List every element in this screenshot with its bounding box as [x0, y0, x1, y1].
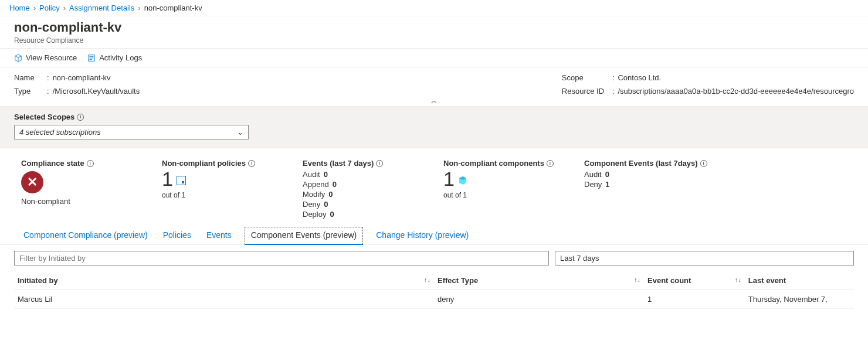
events-block: Events (last 7 days) i Audit 0Append 0Mo… — [303, 159, 420, 219]
info-icon[interactable]: i — [77, 114, 84, 121]
event-label: Append — [303, 180, 329, 189]
prop-scope-label: Scope — [562, 73, 609, 82]
event-row: Deny 0 — [303, 200, 420, 209]
page-title: non-compliant-kv — [14, 20, 854, 35]
prop-name-value: non-compliant-kv — [53, 73, 111, 82]
breadcrumb-home[interactable]: Home — [9, 4, 30, 12]
cell-initiated-by: Marcus Lil — [14, 290, 434, 309]
tabs: Component Compliance (preview) Policies … — [0, 223, 868, 245]
selected-scopes-value: 4 selected subscriptions — [19, 128, 101, 137]
noncompliant-components-label: Non-compliant components — [443, 159, 544, 168]
prop-resource-id-value: /subscriptions/aaaa0a0a-bb1b-cc2c-dd3d-e… — [618, 87, 854, 96]
view-resource-button[interactable]: View Resource — [14, 53, 77, 62]
event-row: Deploy 0 — [303, 210, 420, 219]
view-resource-label: View Resource — [26, 53, 77, 62]
col-event-count[interactable]: Event count↑↓ — [644, 271, 745, 290]
noncompliant-components-block: Non-compliant components i 1 out of 1 — [443, 159, 561, 219]
chevron-down-icon: ⌄ — [237, 128, 243, 137]
noncompliant-components-value: 1 — [443, 169, 455, 189]
component-events-label: Component Events (last 7days) — [584, 159, 698, 168]
col-last-event[interactable]: Last event — [745, 271, 854, 290]
event-value: 0 — [330, 210, 334, 219]
tab-policies[interactable]: Policies — [161, 227, 194, 244]
prop-name-label: Name — [14, 73, 43, 82]
policy-icon — [177, 176, 186, 185]
component-icon — [458, 176, 467, 185]
event-row: Audit 0 — [303, 170, 420, 179]
event-label: Deploy — [303, 210, 326, 219]
event-value: 0 — [324, 170, 328, 179]
breadcrumb: Home › Policy › Assignment Details › non… — [0, 0, 868, 16]
component-events-block: Component Events (last 7days) i Audit 0D… — [584, 159, 707, 219]
events-table: Initiated by↑↓ Effect Type↑↓ Event count… — [14, 271, 854, 309]
sort-icon: ↑↓ — [634, 276, 640, 283]
chevron-right-icon: › — [33, 4, 36, 12]
noncompliant-policies-value: 1 — [162, 169, 173, 189]
properties: Name : non-compliant-kv Type : /Microsof… — [0, 67, 868, 96]
noncompliant-icon: ✕ — [21, 171, 43, 193]
noncompliant-policies-label: Non-compliant policies — [162, 159, 246, 168]
noncompliant-components-outof: out of 1 — [443, 191, 561, 199]
sort-icon: ↑↓ — [424, 276, 430, 283]
event-value: 0 — [324, 200, 328, 209]
collapse-toggle[interactable]: ︽ — [0, 96, 868, 106]
prop-scope-value: Contoso Ltd. — [618, 73, 661, 82]
info-icon[interactable]: i — [547, 160, 554, 167]
breadcrumb-assignment[interactable]: Assignment Details — [69, 4, 134, 12]
info-icon[interactable]: i — [376, 160, 383, 167]
event-label: Deny — [584, 180, 602, 189]
activity-logs-button[interactable]: Activity Logs — [87, 53, 142, 62]
info-icon[interactable]: i — [700, 160, 707, 167]
tab-component-compliance[interactable]: Component Compliance (preview) — [21, 227, 150, 244]
component-event-row: Audit 0 — [584, 170, 707, 179]
event-row: Append 0 — [303, 180, 420, 189]
col-effect-type[interactable]: Effect Type↑↓ — [434, 271, 644, 290]
selected-scopes-panel: Selected Scopes i 4 selected subscriptio… — [0, 106, 868, 148]
tab-change-history[interactable]: Change History (preview) — [374, 227, 471, 244]
toolbar: View Resource Activity Logs — [0, 48, 868, 67]
compliance-state-value: Non-compliant — [21, 197, 138, 206]
chevron-right-icon: › — [138, 4, 140, 12]
breadcrumb-policy[interactable]: Policy — [39, 4, 60, 12]
cell-effect-type: deny — [434, 290, 644, 309]
info-icon[interactable]: i — [87, 160, 94, 167]
cell-event-count: 1 — [644, 290, 745, 309]
filter-initiated-by-input[interactable] — [14, 251, 549, 266]
events-label: Events (last 7 days) — [303, 159, 374, 168]
event-label: Audit — [584, 170, 602, 179]
cell-last-event: Thursday, November 7, — [745, 290, 854, 309]
log-icon — [87, 54, 96, 62]
event-label: Modify — [303, 190, 325, 199]
page-subtitle: Resource Compliance — [14, 36, 854, 45]
chevron-right-icon: › — [63, 4, 66, 12]
prop-type-label: Type — [14, 87, 43, 96]
event-label: Audit — [303, 170, 320, 179]
prop-type-value: /Microsoft.KeyVault/vaults — [53, 87, 140, 96]
prop-resource-id-label: Resource ID — [562, 87, 609, 96]
selected-scopes-dropdown[interactable]: 4 selected subscriptions ⌄ — [14, 125, 249, 139]
selected-scopes-label: Selected Scopes — [14, 113, 74, 121]
event-value: 0 — [605, 170, 609, 179]
stats-row: Compliance state i ✕ Non-compliant Non-c… — [0, 148, 868, 223]
noncompliant-policies-block: Non-compliant policies i 1 out of 1 — [162, 159, 279, 219]
compliance-state-block: Compliance state i ✕ Non-compliant — [21, 159, 138, 219]
tab-component-events[interactable]: Component Events (preview) — [245, 227, 364, 245]
info-icon[interactable]: i — [248, 160, 255, 167]
activity-logs-label: Activity Logs — [99, 53, 142, 62]
filter-row: Last 7 days — [0, 245, 868, 271]
table-row[interactable]: Marcus Lildeny1Thursday, November 7, — [14, 290, 854, 309]
compliance-state-label: Compliance state — [21, 159, 84, 168]
tab-events[interactable]: Events — [204, 227, 234, 244]
event-value: 1 — [605, 180, 609, 189]
filter-range-value: Last 7 days — [560, 254, 599, 263]
component-event-row: Deny 1 — [584, 180, 707, 189]
title-block: non-compliant-kv Resource Compliance — [0, 16, 868, 48]
event-row: Modify 0 — [303, 190, 420, 199]
event-value: 0 — [328, 190, 333, 199]
event-value: 0 — [333, 180, 337, 189]
sort-icon: ↑↓ — [735, 276, 741, 283]
event-label: Deny — [303, 200, 320, 209]
noncompliant-policies-outof: out of 1 — [162, 191, 279, 199]
col-initiated-by[interactable]: Initiated by↑↓ — [14, 271, 434, 290]
filter-range-dropdown[interactable]: Last 7 days — [555, 251, 854, 266]
